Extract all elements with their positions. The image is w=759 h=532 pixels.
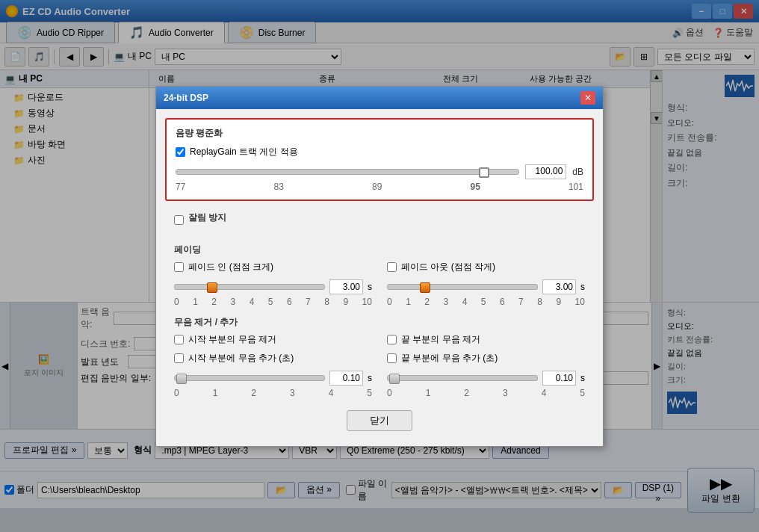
fade-in-value[interactable] (329, 279, 363, 294)
start-add-value[interactable] (329, 371, 363, 386)
tick-1: 83 (273, 182, 283, 192)
tick-3: 95 (470, 182, 480, 192)
silence-cols: 시작 부분의 무음 제거 시작 부분에 무음 추가 (초) s (174, 333, 585, 398)
fade-in-unit: s (368, 282, 372, 292)
silence-title: 무음 제거 / 추가 (174, 316, 585, 329)
fade-out-value[interactable] (542, 279, 576, 294)
volume-slider-track[interactable] (176, 169, 519, 175)
end-add-unit: s (580, 373, 585, 383)
end-remove-label: 끝 부분의 무음 제거 (401, 333, 480, 346)
silence-section: 무음 제거 / 추가 시작 부분의 무음 제거 시작 부분에 무음 추가 (초) (165, 313, 594, 404)
tick-0: 77 (176, 182, 185, 192)
fade-out-unit: s (580, 282, 585, 292)
replaygain-checkbox[interactable] (176, 147, 185, 157)
fade-out-col: 페이드 아웃 (점점 작게) s 012345678910 (387, 261, 585, 307)
fade-in-input-row: s (174, 279, 372, 294)
end-add-thumb[interactable] (389, 374, 400, 384)
end-add-slider[interactable] (387, 375, 538, 381)
volume-unit: dB (572, 167, 583, 177)
dialog-close-x-button[interactable]: ✕ (580, 91, 595, 105)
dialog-close-row: 닫기 (165, 404, 594, 437)
volume-eq-title: 음량 평준화 (176, 127, 583, 140)
volume-slider-container: 100.00 dB (176, 164, 583, 179)
fade-in-slider[interactable] (174, 284, 325, 290)
start-add-checkbox[interactable] (174, 353, 184, 363)
clipping-section: 잘림 방지 (165, 208, 594, 241)
fade-in-thumb[interactable] (207, 282, 217, 293)
tick-2: 89 (372, 182, 382, 192)
fade-in-row: 페이드 인 (점점 크게) (174, 261, 372, 273)
start-add-unit: s (368, 373, 372, 383)
start-add-thumb[interactable] (176, 374, 187, 384)
start-remove-row: 시작 부분의 무음 제거 (174, 333, 372, 346)
fade-in-ticks: 012345678910 (174, 297, 372, 307)
start-add-label: 시작 부분에 무음 추가 (초) (188, 352, 294, 365)
fade-out-ticks: 012345678910 (387, 297, 585, 307)
fade-out-input-row: s (387, 279, 585, 294)
clipping-checkbox[interactable] (174, 215, 184, 225)
fade-out-row: 페이드 아웃 (점점 작게) (387, 261, 585, 273)
tick-4: 101 (569, 182, 583, 192)
fade-out-thumb[interactable] (420, 282, 430, 293)
fade-in-label: 페이드 인 (점점 크게) (188, 261, 273, 273)
clipping-title: 잘림 방지 (188, 211, 226, 224)
start-ticks: 012345 (174, 388, 372, 398)
end-add-slider-row: s (387, 371, 585, 386)
fading-section: 페이딩 페이드 인 (점점 크게) s (165, 241, 594, 313)
end-add-row: 끝 부분에 무음 추가 (초) (387, 352, 585, 365)
dialog-body: 음량 평준화 ReplayGain 트랙 게인 적용 100.00 dB 77 … (156, 109, 603, 446)
dsp-dialog: 24-bit DSP ✕ 음량 평준화 ReplayGain 트랙 게인 적용 … (155, 86, 604, 447)
volume-slider-thumb[interactable] (479, 167, 489, 178)
start-remove-label: 시작 부분의 무음 제거 (188, 333, 276, 346)
volume-ticks: 77 83 89 95 101 (176, 182, 583, 192)
start-add-slider[interactable] (174, 375, 325, 381)
dialog-overlay: 24-bit DSP ✕ 음량 평준화 ReplayGain 트랙 게인 적용 … (0, 0, 759, 532)
clipping-row: 잘림 방지 (174, 211, 585, 229)
volume-value-box: 100.00 (525, 164, 566, 179)
fading-cols: 페이드 인 (점점 크게) s 012345678910 (174, 261, 585, 307)
start-add-slider-row: s (174, 371, 372, 386)
silence-end-col: 끝 부분의 무음 제거 끝 부분에 무음 추가 (초) s (387, 333, 585, 398)
fade-out-checkbox[interactable] (387, 262, 397, 272)
end-remove-checkbox[interactable] (387, 335, 397, 344)
fading-title: 페이딩 (174, 244, 585, 256)
end-add-checkbox[interactable] (387, 353, 397, 363)
start-remove-checkbox[interactable] (174, 335, 184, 344)
end-add-label: 끝 부분에 무음 추가 (초) (401, 352, 498, 365)
fade-in-checkbox[interactable] (174, 262, 184, 272)
dialog-title-bar: 24-bit DSP ✕ (156, 87, 603, 109)
end-remove-row: 끝 부분의 무음 제거 (387, 333, 585, 346)
replaygain-row: ReplayGain 트랙 게인 적용 (176, 146, 583, 158)
replaygain-label: ReplayGain 트랙 게인 적용 (190, 146, 298, 158)
end-add-value[interactable] (542, 371, 576, 386)
silence-start-col: 시작 부분의 무음 제거 시작 부분에 무음 추가 (초) s (174, 333, 372, 398)
end-ticks: 012345 (387, 388, 585, 398)
fade-out-label: 페이드 아웃 (점점 작게) (401, 261, 495, 273)
volume-eq-section: 음량 평준화 ReplayGain 트랙 게인 적용 100.00 dB 77 … (165, 118, 594, 201)
start-add-row: 시작 부분에 무음 추가 (초) (174, 352, 372, 365)
fade-in-col: 페이드 인 (점점 크게) s 012345678910 (174, 261, 372, 307)
dialog-title-text: 24-bit DSP (164, 93, 208, 103)
dialog-close-button[interactable]: 닫기 (347, 410, 412, 431)
fade-out-slider[interactable] (387, 284, 538, 290)
